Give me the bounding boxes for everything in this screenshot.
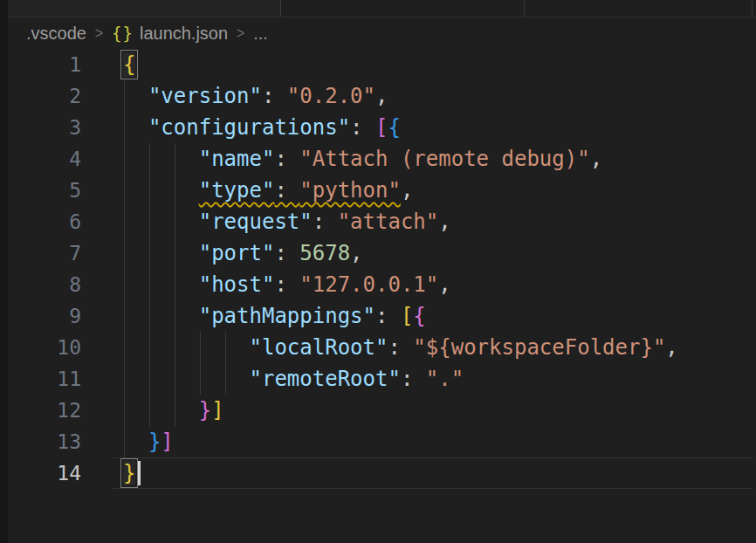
code-token: : bbox=[388, 335, 413, 360]
code-token: "attach" bbox=[338, 210, 439, 234]
code-token bbox=[123, 115, 148, 140]
code-line[interactable]: 6 "request": "attach", bbox=[8, 206, 756, 237]
code-token: , bbox=[350, 241, 362, 265]
code-token: "pathMappings" bbox=[199, 304, 375, 328]
tab-active[interactable] bbox=[8, 0, 280, 17]
chevron-right-icon: > bbox=[95, 24, 103, 43]
code-token: "0.2.0" bbox=[287, 84, 375, 108]
code-token: : bbox=[313, 210, 338, 234]
code-area[interactable]: 1{2 "version": "0.2.0",3 "configurations… bbox=[8, 49, 756, 489]
code-token: "type" bbox=[199, 178, 275, 203]
code-token bbox=[123, 367, 250, 391]
code-token: } bbox=[199, 398, 211, 423]
code-line[interactable]: 1{ bbox=[8, 49, 756, 80]
breadcrumb-item[interactable]: launch.json bbox=[140, 24, 228, 44]
code-token: "port" bbox=[199, 241, 275, 265]
code-token: ] bbox=[211, 398, 223, 423]
code-line[interactable]: 5 "type": "python", bbox=[8, 175, 756, 206]
code-line[interactable]: 4 "name": "Attach (remote debug)", bbox=[8, 143, 756, 175]
code-token: [ bbox=[401, 304, 413, 328]
code-token bbox=[123, 178, 199, 203]
code-token: : bbox=[274, 147, 299, 171]
code-token: : bbox=[274, 241, 299, 265]
editor-pane: .vscode>{}launch.json>... 1{2 "version":… bbox=[8, 17, 756, 543]
json-braces-icon: {} bbox=[112, 24, 134, 43]
code-line-text: "type": "python", bbox=[123, 175, 413, 206]
code-token: "Attach (remote debug)" bbox=[299, 147, 589, 171]
line-number[interactable]: 7 bbox=[8, 237, 81, 269]
code-token: "python" bbox=[299, 178, 401, 203]
tab-divider bbox=[524, 0, 525, 17]
code-token: , bbox=[438, 272, 450, 297]
line-number[interactable]: 5 bbox=[8, 175, 81, 206]
warning-squiggle: "type": "python" bbox=[199, 178, 401, 203]
line-number[interactable]: 14 bbox=[8, 457, 81, 489]
code-token bbox=[123, 241, 199, 265]
code-line[interactable]: 3 "configurations": [{ bbox=[8, 112, 756, 143]
tab-strip bbox=[8, 0, 756, 17]
line-number[interactable]: 11 bbox=[8, 363, 81, 395]
line-number[interactable]: 10 bbox=[8, 332, 81, 363]
bracket-match: { bbox=[123, 52, 135, 77]
code-token: "request" bbox=[199, 210, 313, 234]
code-token: : bbox=[375, 304, 401, 328]
line-number[interactable]: 6 bbox=[8, 206, 81, 237]
code-token: : bbox=[401, 367, 426, 391]
vscode-window: .vscode>{}launch.json>... 1{2 "version":… bbox=[0, 0, 756, 543]
line-number[interactable]: 9 bbox=[8, 300, 81, 332]
code-line[interactable]: 12 }] bbox=[8, 395, 756, 426]
line-number[interactable]: 12 bbox=[8, 395, 81, 426]
line-number[interactable]: 8 bbox=[8, 269, 81, 300]
code-token: "." bbox=[426, 367, 464, 391]
code-token: , bbox=[401, 178, 413, 203]
code-line-text: "localRoot": "${workspaceFolder}", bbox=[123, 332, 678, 363]
code-token: 5678 bbox=[299, 241, 350, 265]
code-line[interactable]: 9 "pathMappings": [{ bbox=[8, 300, 756, 332]
code-line[interactable]: 13 }] bbox=[8, 426, 756, 457]
code-token: : bbox=[262, 84, 287, 108]
code-line-text: "port": 5678, bbox=[123, 237, 363, 269]
window-left-edge bbox=[0, 0, 8, 543]
code-token: "localRoot" bbox=[250, 335, 388, 360]
line-number[interactable]: 2 bbox=[8, 80, 81, 112]
code-token: "remoteRoot" bbox=[250, 367, 401, 391]
code-token bbox=[123, 210, 199, 234]
line-number[interactable]: 4 bbox=[8, 143, 81, 175]
code-token: } bbox=[148, 430, 161, 454]
breadcrumb-item[interactable]: ... bbox=[253, 24, 268, 44]
tab-divider bbox=[752, 0, 753, 17]
code-line-text: } bbox=[123, 457, 141, 489]
code-token: "configurations" bbox=[148, 115, 350, 140]
code-token: "${workspaceFolder}" bbox=[413, 335, 665, 360]
line-number[interactable]: 13 bbox=[8, 426, 81, 457]
line-number[interactable]: 3 bbox=[8, 112, 81, 143]
code-line-text: "name": "Attach (remote debug)", bbox=[123, 143, 602, 175]
code-token: ] bbox=[161, 430, 173, 454]
code-line[interactable]: 14} bbox=[8, 457, 756, 489]
code-token: "version" bbox=[148, 84, 262, 108]
line-number[interactable]: 1 bbox=[8, 49, 81, 80]
code-line-text: "request": "attach", bbox=[123, 206, 451, 237]
code-line-text: "host": "127.0.0.1", bbox=[123, 269, 451, 300]
breadcrumb-item[interactable]: .vscode bbox=[26, 24, 86, 44]
code-token: , bbox=[438, 210, 450, 234]
code-token bbox=[123, 84, 148, 108]
code-line[interactable]: 7 "port": 5678, bbox=[8, 237, 756, 269]
bracket-match: } bbox=[123, 461, 135, 485]
code-token bbox=[123, 430, 148, 454]
code-token bbox=[123, 398, 199, 423]
code-line-text: "pathMappings": [{ bbox=[123, 300, 426, 332]
breadcrumb: .vscode>{}launch.json>... bbox=[8, 17, 756, 49]
tab-divider bbox=[280, 0, 281, 17]
code-token: "127.0.0.1" bbox=[299, 272, 438, 297]
code-line[interactable]: 2 "version": "0.2.0", bbox=[8, 80, 756, 112]
code-line[interactable]: 8 "host": "127.0.0.1", bbox=[8, 269, 756, 300]
code-token: "host" bbox=[199, 272, 275, 297]
code-token: "name" bbox=[199, 147, 275, 171]
code-token: , bbox=[375, 84, 388, 108]
code-line[interactable]: 11 "remoteRoot": "." bbox=[8, 363, 756, 395]
code-token: , bbox=[590, 147, 602, 171]
code-line-text: "configurations": [{ bbox=[123, 112, 401, 143]
code-line[interactable]: 10 "localRoot": "${workspaceFolder}", bbox=[8, 332, 756, 363]
code-token: : bbox=[274, 272, 299, 297]
